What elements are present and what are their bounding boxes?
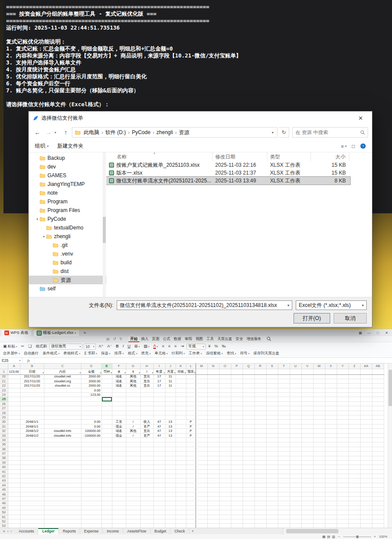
- cell[interactable]: [219, 411, 231, 415]
- cell[interactable]: [44, 478, 81, 483]
- toolbar-button[interactable]: 填充▾: [140, 350, 152, 357]
- cell[interactable]: [112, 524, 126, 528]
- cell[interactable]: cloudlet.info: [44, 433, 81, 438]
- cell[interactable]: [254, 424, 266, 428]
- cell[interactable]: [325, 465, 337, 469]
- cell[interactable]: [360, 424, 372, 428]
- cell[interactable]: [165, 497, 176, 501]
- column-header[interactable]: A: [8, 364, 20, 369]
- redo-icon[interactable]: ↻: [119, 337, 122, 341]
- cell[interactable]: [337, 465, 348, 469]
- cell[interactable]: [186, 415, 196, 420]
- cell[interactable]: [313, 469, 325, 474]
- cell[interactable]: [360, 519, 372, 524]
- filename-dropdown-icon[interactable]: ▾: [287, 303, 289, 307]
- cell[interactable]: [254, 505, 266, 510]
- tree-item[interactable]: build: [29, 258, 106, 267]
- cell[interactable]: [207, 451, 219, 456]
- cell[interactable]: [254, 519, 266, 524]
- cell[interactable]: [254, 447, 266, 451]
- tree-scrollbar[interactable]: [103, 152, 106, 297]
- cell[interactable]: [372, 483, 384, 487]
- document-tab[interactable]: 模板-Ledgert.xlsx ▾: [33, 329, 80, 336]
- row-header[interactable]: 30: [0, 420, 8, 424]
- cell[interactable]: [8, 510, 20, 515]
- cell[interactable]: [325, 429, 337, 433]
- cell[interactable]: -100000.00: [81, 433, 101, 438]
- ribbon-tab[interactable]: 插入: [139, 336, 150, 342]
- cell[interactable]: [243, 369, 254, 374]
- cell[interactable]: [44, 442, 81, 447]
- toolbar-button[interactable]: ≡: [173, 344, 178, 350]
- cell[interactable]: [290, 519, 301, 524]
- cell[interactable]: [101, 456, 112, 460]
- cell[interactable]: [176, 469, 186, 474]
- cell[interactable]: [372, 406, 384, 411]
- cell[interactable]: [243, 501, 254, 505]
- cell[interactable]: [207, 393, 219, 397]
- cell[interactable]: [325, 442, 337, 447]
- toolbar-button[interactable]: 符号▾: [239, 350, 251, 357]
- cell[interactable]: [325, 524, 337, 528]
- cell[interactable]: [266, 415, 278, 420]
- cell[interactable]: [44, 497, 81, 501]
- cell[interactable]: [153, 460, 165, 465]
- cell[interactable]: [112, 505, 126, 510]
- cell[interactable]: [337, 501, 348, 505]
- cell[interactable]: [186, 492, 196, 496]
- cell[interactable]: [325, 488, 337, 492]
- cell[interactable]: [290, 483, 301, 487]
- cell[interactable]: [196, 438, 207, 442]
- cell[interactable]: [337, 469, 348, 474]
- row-header[interactable]: 26: [0, 401, 8, 406]
- cell[interactable]: [278, 369, 290, 374]
- cell[interactable]: [219, 478, 231, 483]
- row-header[interactable]: 38: [0, 456, 8, 460]
- cell[interactable]: [313, 483, 325, 487]
- cell[interactable]: 2048/1/1: [20, 424, 44, 428]
- cell[interactable]: [278, 510, 290, 515]
- cell[interactable]: [243, 515, 254, 519]
- history-dropdown-icon[interactable]: ▾: [54, 131, 60, 135]
- cell[interactable]: [8, 406, 20, 411]
- cell[interactable]: [325, 374, 337, 379]
- column-header[interactable]: T: [278, 364, 290, 369]
- cell[interactable]: [325, 415, 337, 420]
- cell[interactable]: [243, 397, 254, 401]
- cell[interactable]: [325, 483, 337, 487]
- cell[interactable]: [126, 460, 140, 465]
- cell[interactable]: [207, 424, 219, 428]
- cell[interactable]: [372, 469, 384, 474]
- row-header[interactable]: 1: [0, 369, 8, 374]
- cell[interactable]: [290, 497, 301, 501]
- cell[interactable]: [8, 384, 20, 388]
- tree-item[interactable]: JiangYingTEMP: [29, 180, 106, 189]
- row-header[interactable]: 41: [0, 469, 8, 474]
- cell[interactable]: [290, 474, 301, 478]
- cell[interactable]: [231, 379, 243, 383]
- cell[interactable]: [176, 456, 186, 460]
- cell[interactable]: [290, 369, 301, 374]
- sheet-tab[interactable]: AssetsFlow: [123, 528, 150, 534]
- cell[interactable]: [278, 460, 290, 465]
- cell[interactable]: [360, 401, 372, 406]
- cell[interactable]: [231, 474, 243, 478]
- cell[interactable]: [176, 406, 186, 411]
- cell[interactable]: [360, 433, 372, 438]
- cell[interactable]: [219, 519, 231, 524]
- cell[interactable]: [165, 492, 176, 496]
- cell[interactable]: [20, 406, 44, 411]
- cell[interactable]: [207, 497, 219, 501]
- minimize-button[interactable]: —: [365, 331, 373, 335]
- cell[interactable]: [219, 420, 231, 424]
- cell[interactable]: [254, 456, 266, 460]
- cell[interactable]: [290, 469, 301, 474]
- toolbar-button[interactable]: ≡: [167, 344, 172, 350]
- cell[interactable]: [337, 406, 348, 411]
- cell[interactable]: [126, 415, 140, 420]
- organize-button[interactable]: 组织 ▾: [35, 142, 49, 150]
- filename-input[interactable]: 微信支付账单流水文件(20251021-20251102)_2025110313…: [117, 300, 292, 310]
- cell[interactable]: [20, 388, 44, 392]
- cell[interactable]: 2000.00: [81, 374, 101, 379]
- cell[interactable]: [196, 474, 207, 478]
